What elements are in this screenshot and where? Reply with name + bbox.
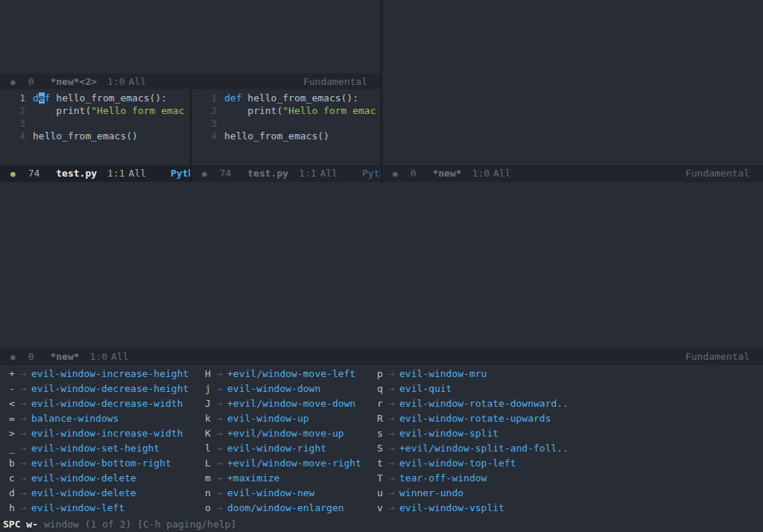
scroll-position: All xyxy=(111,349,128,365)
code-token: "Hello form emac xyxy=(91,105,184,116)
binding-command: +evil/window-move-down xyxy=(227,398,355,409)
modeline-new-main[interactable]: ●0*new*1:0AllFundamental xyxy=(0,349,763,365)
buffer-window-new-main[interactable] xyxy=(0,182,763,349)
binding-key: r xyxy=(377,396,389,411)
buffer-size: 0 xyxy=(28,349,34,365)
code-window-left[interactable]: 1def hello_from_emacs():2 print("Hello f… xyxy=(0,89,190,165)
binding-key: b xyxy=(9,456,21,471)
keybinding-row: b→evil-window-bottom-right xyxy=(9,456,196,471)
binding-key: J xyxy=(205,396,217,411)
arrow-icon: → xyxy=(389,486,399,501)
binding-command: evil-window-set-height xyxy=(31,443,159,454)
buffer-size: 74 xyxy=(220,165,232,182)
keybinding-row: R→evil-window-rotate-upwards xyxy=(377,411,763,426)
scroll-position: All xyxy=(129,74,146,89)
line-number: 2 xyxy=(0,104,25,117)
keybinding-row: n→evil-window-new xyxy=(205,486,368,501)
code-line: 1def hello_from_emacs(): xyxy=(0,92,190,104)
binding-command: evil-window-split xyxy=(399,428,498,439)
binding-key: c xyxy=(9,471,21,486)
keybinding-row: L→+evil/window-move-right xyxy=(205,456,368,471)
code-text: def hello_from_emacs(): xyxy=(33,92,167,104)
major-mode: Python xyxy=(362,165,381,182)
code-text: hello_from_emacs() xyxy=(224,130,329,142)
arrow-icon: → xyxy=(217,367,227,381)
modified-indicator-dot: ● xyxy=(10,75,16,89)
code-line: 3 xyxy=(0,117,190,130)
cursor-position: 1:0 xyxy=(472,165,490,182)
keybinding-row: q→evil-quit xyxy=(377,381,763,396)
binding-command: evil-quit xyxy=(399,383,452,394)
binding-key: R xyxy=(377,411,389,426)
modeline-test-py-left[interactable]: ●74test.py1:1AllPython xyxy=(0,165,190,182)
modeline-new-2[interactable]: ●0*new*<2>1:0AllFundamental xyxy=(0,74,381,89)
which-key-paging-hint: window (1 of 2) [C-h paging/help] xyxy=(44,519,236,530)
line-number: 3 xyxy=(191,117,217,130)
arrow-icon: → xyxy=(217,426,227,441)
modeline-new-topright[interactable]: ●0*new*1:0AllFundamental xyxy=(382,165,763,182)
binding-key: L xyxy=(205,456,217,471)
binding-key: + xyxy=(9,367,21,381)
modified-indicator-dot: ● xyxy=(202,166,207,182)
modeline-test-py-right[interactable]: ●74test.py1:1AllPython xyxy=(191,165,381,182)
keybinding-row: J→+evil/window-move-down xyxy=(205,396,368,411)
keybinding-row: d→evil-window-delete xyxy=(9,486,196,501)
code-token: def xyxy=(224,92,241,104)
keybinding-row: h→evil-window-left xyxy=(9,501,196,516)
key-sequence-prefix: SPC w- xyxy=(3,519,38,530)
arrow-icon: → xyxy=(21,441,31,456)
arrow-icon: → xyxy=(389,367,399,381)
binding-key: < xyxy=(9,396,21,411)
binding-key: d xyxy=(9,486,21,501)
arrow-icon: → xyxy=(389,441,399,456)
line-number: 4 xyxy=(191,130,217,142)
code-text: def hello_from_emacs(): xyxy=(224,92,358,104)
code-line: 4hello_from_emacs() xyxy=(191,130,381,142)
modified-indicator-dot: ● xyxy=(10,166,16,182)
echo-area[interactable]: SPC w-window (1 of 2) [C-h paging/help] xyxy=(0,517,763,532)
arrow-icon: → xyxy=(389,396,399,411)
arrow-icon: → xyxy=(21,426,31,441)
code-text: print("Hello form emac xyxy=(33,104,185,117)
arrow-icon: → xyxy=(217,486,227,501)
buffer-name: test.py xyxy=(247,165,288,182)
binding-key: v xyxy=(377,501,389,516)
arrow-icon: → xyxy=(217,411,227,426)
code-line: 1def hello_from_emacs(): xyxy=(191,92,381,104)
binding-command: evil-window-left xyxy=(31,502,124,513)
binding-key: - xyxy=(9,381,21,396)
code-line: 3 xyxy=(191,117,381,130)
keybinding-row: =→balance-windows xyxy=(9,411,196,426)
binding-command: evil-window-decrease-height xyxy=(31,383,189,394)
keybinding-row: K→+evil/window-move-up xyxy=(205,426,368,441)
binding-command: evil-window-new xyxy=(227,487,314,498)
arrow-icon: → xyxy=(217,471,227,486)
code-token: hello_from_emacs(): xyxy=(50,92,167,104)
arrow-icon: → xyxy=(217,441,227,456)
binding-key: t xyxy=(377,456,389,471)
buffer-size: 74 xyxy=(28,165,40,182)
arrow-icon: → xyxy=(217,381,227,396)
buffer-name: test.py xyxy=(56,165,97,182)
line-number: 2 xyxy=(191,104,217,117)
keybinding-row: _→evil-window-set-height xyxy=(9,441,196,456)
arrow-icon: → xyxy=(21,486,31,501)
binding-key: q xyxy=(377,381,389,396)
arrow-icon: → xyxy=(217,501,227,516)
keybinding-row: t→evil-window-top-left xyxy=(377,456,763,471)
binding-key: k xyxy=(205,411,217,426)
which-key-column-1: +→evil-window-increase-height-→evil-wind… xyxy=(0,367,196,516)
binding-command: evil-window-rotate-upwards xyxy=(399,413,551,424)
buffer-window-new-topright[interactable] xyxy=(382,0,763,165)
line-number: 1 xyxy=(0,92,25,104)
buffer-window-new-2[interactable] xyxy=(0,0,381,74)
binding-command: +evil/window-move-right xyxy=(227,457,361,469)
arrow-icon: → xyxy=(21,381,31,396)
binding-command: evil-window-up xyxy=(227,413,309,424)
arrow-icon: → xyxy=(21,471,31,486)
code-token: hello_from_emacs(): xyxy=(241,92,358,104)
code-window-right[interactable]: 1def hello_from_emacs():2 print("Hello f… xyxy=(191,89,381,165)
binding-command: evil-window-increase-height xyxy=(31,368,189,379)
binding-command: winner-undo xyxy=(399,487,463,498)
buffer-name: *new* xyxy=(432,165,461,182)
